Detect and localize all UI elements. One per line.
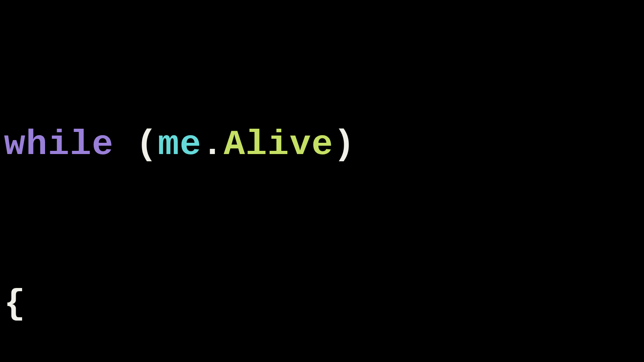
code-editor-view: while (me.Alive) { me.WakeUp(); me.Eat()… <box>4 12 640 362</box>
close-paren: ) <box>334 125 356 165</box>
open-paren: ( <box>136 125 158 165</box>
space <box>114 125 136 165</box>
code-line-while: while (me.Alive) <box>4 118 640 171</box>
keyword-while: while <box>4 125 114 165</box>
object-me: me <box>158 125 202 165</box>
dot: . <box>202 125 224 165</box>
code-line-open-brace: { <box>4 278 640 331</box>
open-brace: { <box>4 284 26 324</box>
property-alive: Alive <box>224 125 334 165</box>
